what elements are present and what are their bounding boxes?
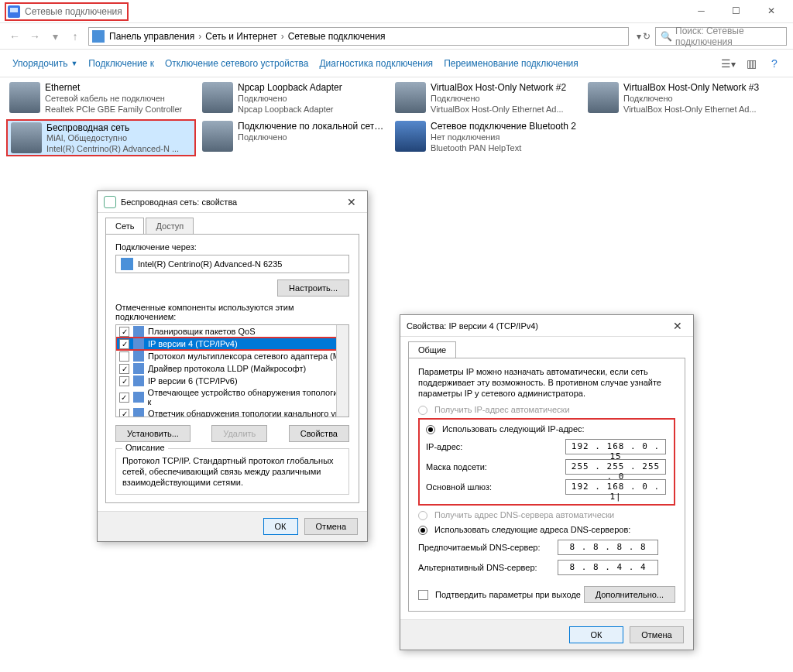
confirm-on-exit-row[interactable]: Подтвердить параметры при выходе — [418, 590, 581, 601]
checkbox[interactable] — [119, 327, 129, 337]
refresh-icon[interactable]: ↻ — [643, 31, 651, 42]
close-button[interactable]: ✕ — [754, 0, 788, 22]
scrollbar[interactable] — [336, 325, 348, 417]
confirm-checkbox[interactable] — [418, 590, 428, 600]
connection-ethernet[interactable]: Ethernet Сетевой кабель не подключен Rea… — [6, 81, 196, 118]
dialog-titlebar: Свойства: IP версии 4 (TCP/IPv4) ✕ — [400, 315, 693, 337]
window-title: Сетевые подключения — [25, 6, 122, 17]
breadcrumb[interactable]: Панель управления › Сеть и Интернет › Се… — [88, 27, 629, 46]
dns1-input[interactable]: 8 . 8 . 8 . 8 — [558, 540, 658, 555]
radio-manual-dns[interactable] — [418, 526, 427, 535]
cmd-diagnose[interactable]: Диагностика подключения — [314, 55, 438, 72]
properties-button[interactable]: Свойства — [289, 425, 349, 442]
tab-general[interactable]: Общие — [408, 341, 456, 358]
component-icon — [133, 326, 144, 337]
checkbox[interactable] — [119, 364, 129, 374]
close-icon[interactable]: ✕ — [668, 320, 687, 332]
component-icon — [133, 375, 144, 386]
component-icon — [133, 392, 144, 403]
ip-address-input[interactable]: 192 . 168 . 0 . 15 — [565, 439, 666, 454]
intro-text: Параметры IP можно назначать автоматичес… — [418, 366, 675, 399]
crumb-network-connections[interactable]: Сетевые подключения — [288, 31, 386, 42]
dialog-icon — [104, 196, 116, 208]
components-list[interactable]: Планировщик пакетов QoS IP версии 4 (TCP… — [115, 324, 349, 417]
tab-access[interactable]: Доступ — [146, 218, 194, 234]
checkbox[interactable] — [119, 351, 129, 362]
ip-address-label: IP-адрес: — [426, 442, 565, 451]
component-icon — [133, 363, 144, 374]
dns2-label: Альтернативный DNS-сервер: — [418, 563, 558, 572]
gateway-label: Основной шлюз: — [426, 482, 565, 492]
checkbox[interactable] — [119, 393, 129, 403]
cmd-rename[interactable]: Переименование подключения — [439, 55, 583, 72]
connection-device: Bluetooth PAN HelpText — [431, 142, 576, 153]
cmd-disable[interactable]: Отключение сетевого устройства — [160, 55, 313, 72]
bluetooth-adapter-icon — [395, 121, 426, 152]
connection-lan2[interactable]: Подключение по локальной сети 2 Подключе… — [199, 119, 389, 156]
component-label: Планировщик пакетов QoS — [148, 327, 256, 336]
connection-vbox2[interactable]: VirtualBox Host-Only Network #2 Подключе… — [392, 81, 582, 118]
adapter-combo[interactable]: Intel(R) Centrino(R) Advanced-N 6235 — [115, 255, 349, 273]
gateway-input[interactable]: 192 . 168 . 0 . 1| — [565, 479, 666, 495]
search-input[interactable]: 🔍 Поиск: Сетевые подключения — [655, 27, 787, 46]
connection-status: MiAl, Общедоступно — [46, 132, 179, 142]
connection-name: Беспроводная сеть — [46, 122, 179, 132]
cancel-button[interactable]: Отмена — [630, 626, 684, 643]
configure-button[interactable]: Настроить... — [277, 279, 349, 297]
ok-button[interactable]: ОК — [569, 626, 623, 643]
ok-button[interactable]: ОК — [263, 518, 298, 535]
radio-auto-ip[interactable] — [418, 406, 427, 415]
view-options-icon[interactable]: ☰▾ — [717, 57, 739, 70]
adapter-icon — [202, 121, 233, 152]
component-label: IP версии 6 (TCP/IPv6) — [148, 376, 238, 386]
help-icon[interactable]: ? — [764, 57, 785, 70]
cmd-connect[interactable]: Подключение к — [84, 55, 159, 72]
dns2-input[interactable]: 8 . 8 . 4 . 4 — [558, 560, 658, 575]
nav-back-icon[interactable]: ← — [6, 30, 23, 43]
install-button[interactable]: Установить... — [115, 425, 191, 442]
checkbox[interactable] — [119, 409, 129, 418]
maximize-button[interactable]: ☐ — [719, 0, 754, 22]
advanced-button[interactable]: Дополнительно... — [584, 586, 675, 603]
connection-status: Подключено — [623, 93, 759, 104]
cancel-button[interactable]: Отмена — [304, 518, 358, 535]
connection-device: VirtualBox Host-Only Ethernet Ad... — [623, 104, 759, 115]
minimize-button[interactable]: ─ — [684, 0, 719, 22]
connection-device: Realtek PCIe GBE Family Controller — [45, 104, 182, 115]
adapter-icon — [202, 82, 233, 113]
tab-network[interactable]: Сеть — [105, 218, 144, 234]
adapter-icon — [121, 258, 133, 270]
radio-manual-ip-row[interactable]: Использовать следующий IP-адрес: — [426, 424, 668, 434]
radio-manual-ip[interactable] — [426, 425, 435, 434]
radio-manual-dns-row[interactable]: Использовать следующие адреса DNS-сервер… — [418, 525, 675, 535]
cmd-organize[interactable]: Упорядочить▼ — [8, 55, 82, 72]
nav-up-icon[interactable]: ↑ — [67, 30, 84, 43]
connection-device: Npcap Loopback Adapter — [238, 104, 342, 115]
crumb-control-panel[interactable]: Панель управления — [109, 31, 194, 42]
adapter-name: Intel(R) Centrino(R) Advanced-N 6235 — [138, 259, 282, 269]
nav-recent-icon[interactable]: ▾ — [46, 30, 64, 43]
close-icon[interactable]: ✕ — [342, 196, 361, 208]
nav-fwd-icon[interactable]: → — [26, 30, 43, 43]
connection-status: Подключено — [238, 93, 342, 104]
connection-wifi[interactable]: Беспроводная сеть MiAl, Общедоступно Int… — [6, 119, 196, 156]
connections-list: Ethernet Сетевой кабель не подключен Rea… — [0, 77, 793, 159]
adapter-icon — [9, 82, 40, 113]
radio-auto-dns-label: Получить адрес DNS-сервера автоматически — [434, 510, 614, 519]
connection-npcap[interactable]: Npcap Loopback Adapter Подключено Npcap … — [199, 81, 389, 118]
radio-auto-ip-label: Получить IP-адрес автоматически — [434, 405, 569, 414]
address-dropdown-icon[interactable]: ▾ — [637, 31, 641, 42]
radio-auto-ip-row[interactable]: Получить IP-адрес автоматически — [418, 405, 675, 415]
connection-name: Подключение по локальной сети 2 — [238, 121, 386, 132]
component-label: IP версии 4 (TCP/IPv4) — [148, 339, 238, 348]
checkbox[interactable] — [119, 376, 129, 386]
preview-pane-icon[interactable]: ▥ — [740, 57, 762, 70]
subnet-mask-input[interactable]: 255 . 255 . 255 . 0 — [565, 459, 666, 475]
connection-bluetooth[interactable]: Сетевое подключение Bluetooth 2 Нет подк… — [392, 119, 582, 156]
dialog-ipv4-properties: Свойства: IP версии 4 (TCP/IPv4) ✕ Общие… — [400, 314, 694, 650]
connection-vbox3[interactable]: VirtualBox Host-Only Network #3 Подключе… — [585, 81, 774, 118]
command-bar: Упорядочить▼ Подключение к Отключение се… — [0, 50, 793, 77]
connection-status: Подключено — [431, 93, 566, 104]
crumb-network-internet[interactable]: Сеть и Интернет — [205, 31, 276, 42]
checkbox[interactable] — [119, 339, 129, 349]
